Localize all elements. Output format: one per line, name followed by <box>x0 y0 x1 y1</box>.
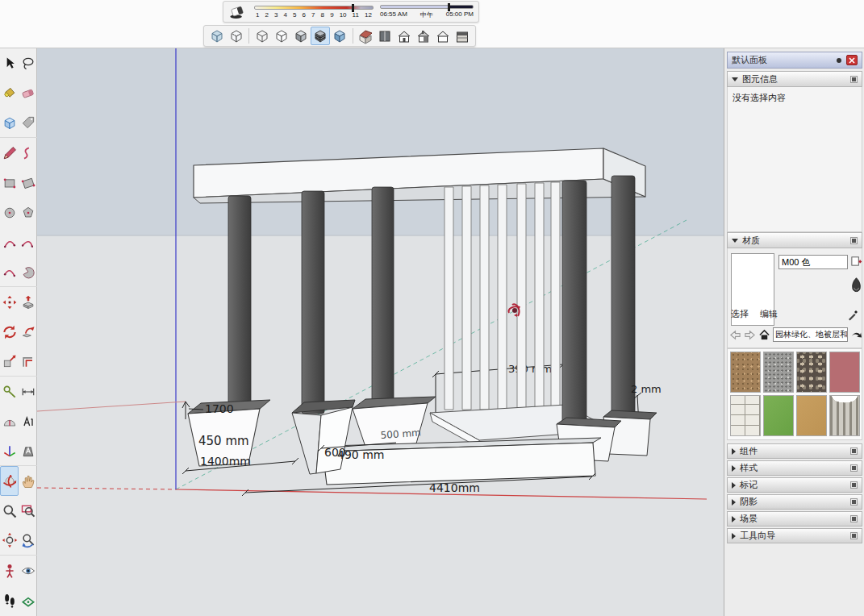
tool-protractor[interactable] <box>0 406 19 436</box>
tab-edit[interactable]: 编辑 <box>760 308 778 321</box>
tool-axes[interactable] <box>0 436 19 466</box>
shadow-date-slider[interactable]: 1 2 3 4 5 6 7 8 9 10 11 12 <box>254 6 374 19</box>
section-close-button[interactable] <box>850 237 858 244</box>
tool-orbit[interactable] <box>0 466 19 496</box>
swatch-rose[interactable] <box>829 352 860 393</box>
tool-section-plane[interactable] <box>19 585 37 615</box>
tool-circle[interactable] <box>0 198 19 227</box>
tool-dimension[interactable] <box>19 377 37 406</box>
shadow-time-slider[interactable]: 06:55 AM 中午 05:00 PM <box>380 5 474 19</box>
style-xray-button[interactable] <box>207 27 226 45</box>
swatch-fence-gate[interactable] <box>829 395 860 436</box>
style-back-edges-button[interactable] <box>227 27 245 45</box>
tool-freehand[interactable] <box>19 138 37 168</box>
style-monochrome-button[interactable] <box>331 27 349 45</box>
style-hidden-line-button[interactable] <box>272 27 290 45</box>
view-left-button[interactable] <box>453 27 472 45</box>
materials-header[interactable]: 材质 <box>727 232 862 248</box>
tool-arc[interactable] <box>0 227 19 257</box>
section-shadows[interactable]: 阴影 <box>727 494 862 510</box>
tool-zoom-window[interactable] <box>19 496 37 526</box>
tool-zoom-extents[interactable] <box>0 526 19 556</box>
swatch-grass-green[interactable] <box>763 395 794 436</box>
style-wireframe-button[interactable] <box>253 27 271 45</box>
section-label: 样式 <box>740 462 758 474</box>
section-close-button[interactable] <box>850 515 858 522</box>
section-close-button[interactable] <box>850 532 858 539</box>
tool-scale[interactable] <box>0 347 19 377</box>
tool-walk[interactable] <box>0 585 19 615</box>
forward-arrow-button[interactable] <box>744 329 756 341</box>
view-top-button[interactable] <box>376 27 394 45</box>
tool-move[interactable] <box>0 287 19 317</box>
section-instructor[interactable]: 工具向导 <box>727 528 862 543</box>
panel-title-bar[interactable]: 默认面板 <box>727 52 862 69</box>
modeling-viewport[interactable]: 390 mm 2 mm <box>37 48 724 616</box>
material-name-input[interactable] <box>778 255 848 269</box>
section-styles[interactable]: 样式 <box>727 460 862 476</box>
tool-look-around[interactable] <box>19 556 37 585</box>
tool-rectangle[interactable] <box>0 168 19 198</box>
tool-make-component[interactable] <box>0 108 19 138</box>
view-iso-button[interactable] <box>357 27 375 45</box>
tool-pie[interactable] <box>19 257 37 287</box>
time-slider-handle[interactable] <box>448 3 450 11</box>
section-tags[interactable]: 标记 <box>727 477 862 493</box>
date-slider-handle[interactable] <box>352 4 354 12</box>
tool-polygon[interactable] <box>19 198 37 227</box>
back-arrow-button[interactable] <box>729 329 741 341</box>
section-close-button[interactable] <box>850 76 858 83</box>
details-button[interactable] <box>850 329 862 340</box>
home-button[interactable] <box>758 329 770 341</box>
create-material-button[interactable] <box>850 255 862 267</box>
tool-eraser[interactable] <box>19 78 37 108</box>
tool-tape-measure[interactable] <box>0 377 19 406</box>
sample-paint-eyedropper-button[interactable] <box>847 308 860 321</box>
style-shaded-button[interactable] <box>291 27 310 45</box>
tool-paint-bucket[interactable] <box>0 78 19 108</box>
time-end-label: 05:00 PM <box>446 10 474 19</box>
tool-lasso[interactable] <box>19 48 37 78</box>
swatch-sand-tan[interactable] <box>796 395 827 436</box>
material-collection-dropdown[interactable]: 园林绿化、地被层和植被 ˅ <box>773 327 848 342</box>
tool-offset[interactable] <box>19 347 37 377</box>
section-close-button[interactable] <box>850 481 858 489</box>
section-close-button[interactable] <box>850 464 858 472</box>
tool-tag[interactable] <box>19 108 37 138</box>
tool-text[interactable] <box>19 406 37 436</box>
tool-push-pull[interactable] <box>19 287 37 317</box>
section-close-button[interactable] <box>850 447 858 455</box>
tool-zoom[interactable] <box>0 496 19 526</box>
tool-3d-text[interactable] <box>19 436 37 466</box>
tool-select[interactable] <box>0 48 19 78</box>
section-components[interactable]: 组件 <box>727 443 862 459</box>
style-shaded-with-textures-button[interactable] <box>311 27 329 45</box>
swatch-gravel-gray[interactable] <box>763 352 794 393</box>
pin-panel-button[interactable] <box>837 58 841 63</box>
default-material-button[interactable] <box>850 276 862 297</box>
tool-two-point-arc[interactable] <box>19 227 37 257</box>
swatch-cobblestone-dark[interactable] <box>796 352 827 393</box>
view-back-button[interactable] <box>434 27 453 45</box>
time-slider-track[interactable] <box>380 5 474 9</box>
section-close-button[interactable] <box>850 498 858 506</box>
tool-three-point-arc[interactable] <box>0 257 19 287</box>
view-front-button[interactable] <box>395 27 414 45</box>
tool-previous-view[interactable] <box>19 526 37 556</box>
shadows-toggle-icon[interactable] <box>228 3 248 21</box>
swatch-pavers-white[interactable] <box>730 395 761 436</box>
entity-info-header[interactable]: 图元信息 <box>727 71 862 87</box>
tool-line[interactable] <box>0 138 19 168</box>
dimension-label-footing-spacing: 1400mm <box>200 455 251 468</box>
section-scenes[interactable]: 场景 <box>727 511 862 527</box>
close-panel-button[interactable] <box>846 55 858 65</box>
tool-follow-me[interactable] <box>19 317 37 347</box>
tool-rotated-rectangle[interactable] <box>19 168 37 198</box>
date-slider-track[interactable] <box>254 6 374 10</box>
tool-position-camera[interactable] <box>0 556 19 585</box>
tool-pan[interactable] <box>19 466 37 496</box>
view-right-button[interactable] <box>415 27 433 45</box>
tab-select[interactable]: 选择 <box>731 308 749 321</box>
swatch-gravel-brown[interactable] <box>730 352 761 393</box>
tool-rotate[interactable] <box>0 317 19 347</box>
